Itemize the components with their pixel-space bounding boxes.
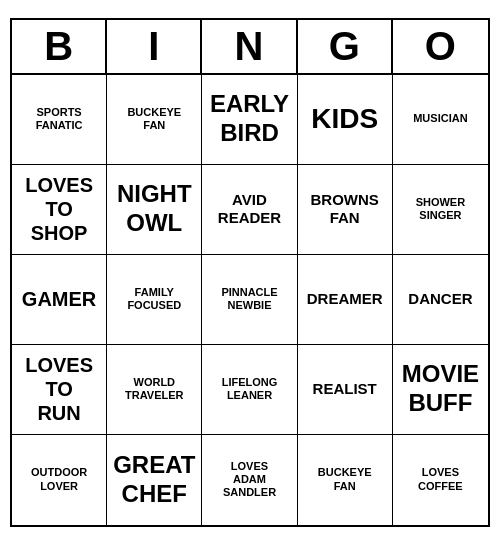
bingo-card: BINGO SPORTS FANATICBUCKEYE FANEARLY BIR… (10, 18, 490, 527)
cell-text: GAMER (22, 287, 96, 311)
cell-text: LOVES TO SHOP (25, 173, 93, 245)
bingo-cell: GREAT CHEF (107, 435, 202, 525)
header-letter: I (107, 20, 202, 73)
bingo-cell: KIDS (298, 75, 393, 165)
cell-text: BUCKEYE FAN (318, 466, 372, 492)
cell-text: FAMILY FOCUSED (127, 286, 181, 312)
cell-text: EARLY BIRD (210, 90, 289, 148)
cell-text: MUSICIAN (413, 112, 467, 125)
bingo-cell: DREAMER (298, 255, 393, 345)
bingo-cell: SPORTS FANATIC (12, 75, 107, 165)
bingo-cell: SHOWER SINGER (393, 165, 488, 255)
header-letter: G (298, 20, 393, 73)
cell-text: GREAT CHEF (113, 451, 195, 509)
cell-text: LIFELONG LEANER (222, 376, 278, 402)
cell-text: BUCKEYE FAN (127, 106, 181, 132)
bingo-cell: DANCER (393, 255, 488, 345)
cell-text: KIDS (311, 102, 378, 136)
cell-text: BROWNS FAN (311, 191, 379, 227)
bingo-cell: EARLY BIRD (202, 75, 297, 165)
bingo-cell: NIGHT OWL (107, 165, 202, 255)
cell-text: PINNACLE NEWBIE (221, 286, 277, 312)
bingo-cell: WORLD TRAVELER (107, 345, 202, 435)
cell-text: LOVES TO RUN (25, 353, 93, 425)
bingo-cell: LOVES ADAM SANDLER (202, 435, 297, 525)
cell-text: LOVES COFFEE (418, 466, 463, 492)
cell-text: LOVES ADAM SANDLER (223, 460, 276, 500)
bingo-cell: AVID READER (202, 165, 297, 255)
header-letter: B (12, 20, 107, 73)
bingo-cell: BUCKEYE FAN (298, 435, 393, 525)
cell-text: SPORTS FANATIC (36, 106, 83, 132)
cell-text: DREAMER (307, 290, 383, 308)
bingo-cell: OUTDOOR LOVER (12, 435, 107, 525)
cell-text: DANCER (408, 290, 472, 308)
bingo-cell: REALIST (298, 345, 393, 435)
cell-text: MOVIE BUFF (402, 360, 479, 418)
bingo-cell: LOVES COFFEE (393, 435, 488, 525)
cell-text: AVID READER (218, 191, 281, 227)
bingo-cell: LOVES TO RUN (12, 345, 107, 435)
bingo-cell: FAMILY FOCUSED (107, 255, 202, 345)
header-letter: O (393, 20, 488, 73)
bingo-cell: GAMER (12, 255, 107, 345)
cell-text: REALIST (313, 380, 377, 398)
header-letter: N (202, 20, 297, 73)
bingo-cell: MUSICIAN (393, 75, 488, 165)
bingo-cell: LIFELONG LEANER (202, 345, 297, 435)
cell-text: NIGHT OWL (117, 180, 192, 238)
cell-text: WORLD TRAVELER (125, 376, 183, 402)
bingo-cell: MOVIE BUFF (393, 345, 488, 435)
bingo-cell: BUCKEYE FAN (107, 75, 202, 165)
bingo-cell: PINNACLE NEWBIE (202, 255, 297, 345)
bingo-cell: LOVES TO SHOP (12, 165, 107, 255)
bingo-grid: SPORTS FANATICBUCKEYE FANEARLY BIRDKIDSM… (12, 75, 488, 525)
bingo-header: BINGO (12, 20, 488, 75)
cell-text: OUTDOOR LOVER (31, 466, 87, 492)
bingo-cell: BROWNS FAN (298, 165, 393, 255)
cell-text: SHOWER SINGER (416, 196, 466, 222)
